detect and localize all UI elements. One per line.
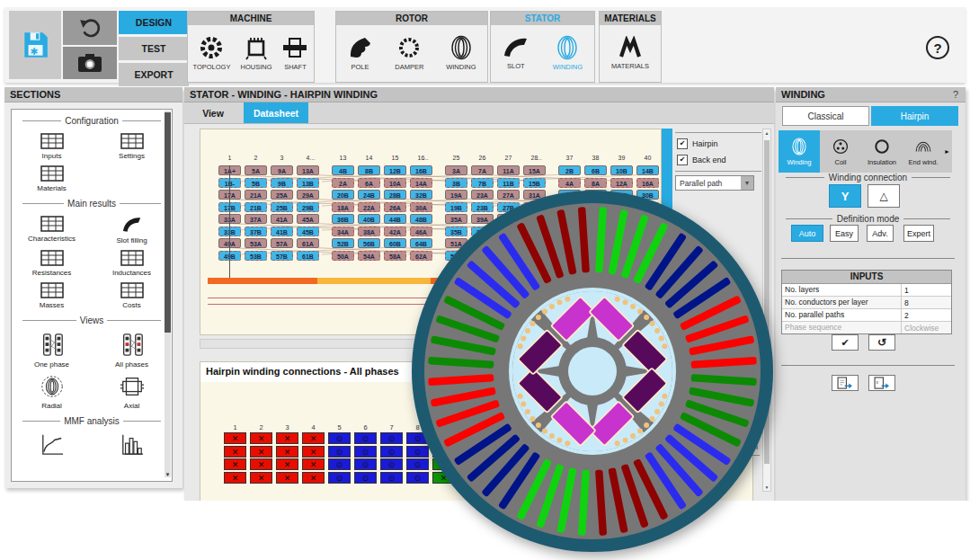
undo-icon bbox=[78, 16, 102, 40]
grid-cell: ✕ bbox=[224, 432, 246, 444]
input-value[interactable]: 1 bbox=[902, 286, 951, 295]
pole-label: POLE bbox=[351, 63, 369, 71]
sections-scrollbar[interactable]: ▼ bbox=[165, 111, 171, 477]
tab-end-winding[interactable]: End wind. bbox=[903, 130, 944, 173]
winding-cell: 56B bbox=[358, 238, 380, 248]
winding-cell: 7A bbox=[471, 165, 494, 175]
sections-item-mmf-harmonics[interactable] bbox=[92, 428, 172, 457]
sections-item-slot-filling[interactable]: Slot filling bbox=[92, 210, 172, 244]
reset-button[interactable]: ↺ bbox=[868, 334, 895, 351]
help-button[interactable]: ? bbox=[926, 36, 949, 59]
sections-item-mmf-curve[interactable] bbox=[12, 428, 92, 457]
sections-item-radial[interactable]: Radial bbox=[12, 369, 92, 410]
slot-icon bbox=[503, 36, 529, 59]
pole-button[interactable]: POLE bbox=[347, 35, 372, 71]
mode-auto-button[interactable]: Auto bbox=[791, 225, 823, 242]
damper-hole bbox=[521, 335, 526, 341]
sections-item-axial[interactable]: Axial bbox=[92, 369, 172, 410]
tab-label: Winding bbox=[787, 158, 811, 166]
tab-view[interactable]: View bbox=[184, 102, 242, 123]
reset-icon: ↺ bbox=[877, 336, 886, 349]
design-tab[interactable]: DESIGN bbox=[119, 11, 189, 34]
scroll-down-icon[interactable]: ▼ bbox=[165, 472, 171, 477]
slot-button[interactable]: SLOT bbox=[503, 36, 529, 70]
input-value[interactable]: 2 bbox=[902, 311, 951, 320]
sections-item-inputs[interactable]: Inputs bbox=[12, 128, 92, 160]
undo-button[interactable] bbox=[63, 11, 117, 45]
view-tab-row: View Datasheet bbox=[184, 102, 774, 124]
export-winding-button[interactable] bbox=[832, 375, 859, 391]
materials-group-title: MATERIALS bbox=[600, 12, 661, 25]
slot-label: SLOT bbox=[507, 62, 525, 70]
hairpin-checkbox[interactable]: ✔ Hairpin bbox=[677, 138, 761, 149]
winding-col-header: 14 bbox=[358, 155, 380, 161]
winding-cell: 50A bbox=[332, 251, 354, 261]
sections-title: SECTIONS bbox=[4, 87, 182, 102]
sections-item-inductances[interactable]: Inductances bbox=[92, 244, 172, 277]
test-tab[interactable]: TEST bbox=[119, 37, 189, 60]
sections-item-one-phase[interactable]: One phase bbox=[12, 327, 92, 369]
topology-button[interactable]: TOPOLOGY bbox=[193, 35, 231, 71]
winding-cell: 37A bbox=[245, 214, 267, 224]
sections-item-settings[interactable]: Settings bbox=[92, 128, 172, 160]
hairpin-toggle[interactable]: Hairpin bbox=[871, 106, 958, 126]
scroll-up-icon[interactable]: ▲ bbox=[763, 130, 770, 136]
save-button[interactable]: ✱ bbox=[9, 11, 61, 79]
wye-connection-button[interactable]: Y bbox=[829, 184, 861, 208]
damper-hole bbox=[549, 433, 555, 439]
rotor-winding-button[interactable]: WINDING bbox=[446, 35, 476, 71]
stator-winding-title: STATOR - WINDING - HAIRPIN WINDING bbox=[184, 87, 774, 102]
damper-hole bbox=[565, 440, 570, 446]
housing-button[interactable]: HOUSING bbox=[240, 35, 271, 71]
input-value[interactable]: 8 bbox=[902, 298, 951, 307]
winding-cell: 41A bbox=[271, 214, 293, 224]
item-label: Materials bbox=[37, 184, 66, 192]
mode-expert-button[interactable]: Expert bbox=[903, 225, 934, 242]
winding-cell: 11B bbox=[497, 178, 520, 188]
winding-cell: 12A bbox=[610, 178, 633, 188]
input-row-parallel-paths[interactable]: No. parallel paths 2 bbox=[782, 309, 951, 322]
checkbox-checked-icon: ✔ bbox=[677, 155, 688, 165]
export-tab[interactable]: EXPORT bbox=[119, 63, 189, 86]
export-report-button[interactable]: x bbox=[868, 375, 895, 391]
apply-button[interactable]: ✔ bbox=[832, 334, 859, 351]
tab-insulation[interactable]: Insulation bbox=[861, 130, 903, 173]
mode-adv-button[interactable]: Adv. bbox=[867, 225, 894, 242]
sections-item-materials[interactable]: Materials bbox=[12, 160, 92, 192]
input-row-layers[interactable]: No. layers 1 bbox=[782, 284, 951, 297]
sections-item-characteristics[interactable]: Characteristics bbox=[12, 210, 92, 244]
input-row-conductors[interactable]: No. conductors per layer 8 bbox=[782, 297, 951, 309]
tab-overflow-arrow[interactable]: ► bbox=[944, 148, 952, 155]
tab-winding[interactable]: Winding bbox=[779, 130, 820, 173]
winding-cell: 14A bbox=[410, 178, 432, 188]
panel-help-icon[interactable]: ? bbox=[953, 87, 958, 102]
winding-cell: 10A bbox=[384, 178, 406, 188]
stator-winding-button[interactable]: WINDING bbox=[553, 35, 583, 71]
tab-datasheet[interactable]: Datasheet bbox=[244, 102, 308, 123]
back-end-checkbox[interactable]: ✔ Back end bbox=[677, 155, 761, 165]
winding-cell: 13A bbox=[297, 165, 319, 175]
grid-cell: ⊙ bbox=[354, 446, 377, 458]
grid-cell: ✕ bbox=[224, 458, 246, 470]
grid-cell: ✕ bbox=[276, 432, 298, 444]
delta-connection-button[interactable]: △ bbox=[868, 184, 900, 208]
winding-col-header: 27 bbox=[497, 155, 520, 161]
sections-item-masses[interactable]: Masses bbox=[12, 277, 92, 309]
check-icon: ✔ bbox=[841, 337, 849, 349]
grid-cell: ✕ bbox=[276, 472, 298, 484]
sections-panel: SECTIONS Configuration Inputs Settings M… bbox=[4, 87, 182, 488]
input-label: No. conductors per layer bbox=[782, 297, 902, 308]
winding-cell: 11A bbox=[497, 165, 520, 175]
sections-item-resistances[interactable]: Resistances bbox=[12, 244, 92, 277]
screenshot-button[interactable] bbox=[63, 47, 117, 79]
damper-button[interactable]: DAMPER bbox=[395, 35, 423, 71]
mode-easy-button[interactable]: Easy bbox=[830, 225, 859, 242]
shaft-button[interactable]: SHAFT bbox=[281, 35, 308, 71]
winding-tab-strip: Winding Coil Insulation End wind. ► bbox=[779, 130, 952, 173]
materials-button[interactable]: MATERIALS bbox=[611, 36, 649, 70]
damper-hole bbox=[536, 422, 541, 428]
tab-coil[interactable]: Coil bbox=[820, 130, 861, 173]
classical-toggle[interactable]: Classical bbox=[782, 106, 869, 126]
sections-item-all-phases[interactable]: All phases bbox=[92, 327, 172, 369]
sections-item-costs[interactable]: Costs bbox=[92, 277, 172, 309]
